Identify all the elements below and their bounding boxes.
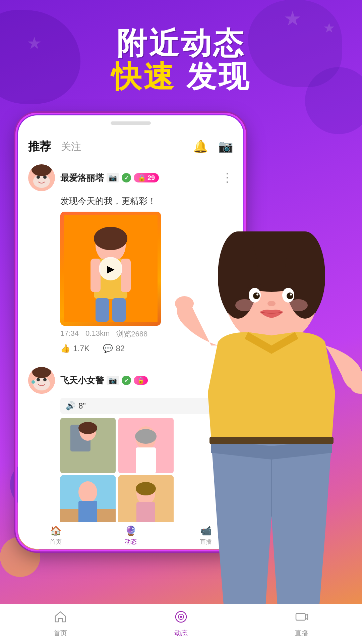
- svg-rect-12: [112, 298, 126, 322]
- comment-icon: 💬: [103, 344, 113, 353]
- svg-point-48: [290, 293, 292, 296]
- video-distance: 0.13km: [85, 329, 110, 339]
- grid-image-3[interactable]: [60, 475, 116, 522]
- tab-recommended[interactable]: 推荐: [28, 139, 51, 154]
- tab-following[interactable]: 关注: [61, 140, 81, 154]
- svg-point-51: [289, 299, 308, 311]
- page-nav-home[interactable]: 首页: [27, 610, 94, 638]
- phone-nav-feed[interactable]: 🔮 动态: [125, 525, 137, 546]
- girl-model-svg: [158, 231, 362, 617]
- svg-point-14: [33, 377, 50, 390]
- svg-point-33: [136, 482, 156, 495]
- camera-badge-2: 📷: [107, 376, 119, 385]
- svg-rect-9: [90, 259, 101, 292]
- live-svg-icon: [295, 610, 308, 624]
- avatar-face-svg: [28, 164, 55, 191]
- home-svg-icon: [54, 610, 67, 624]
- grid-img-svg-1: [60, 418, 116, 473]
- video-thumbnail-1[interactable]: ▶: [60, 212, 161, 326]
- svg-point-26: [135, 429, 157, 444]
- rank-badge-1: 🔒 29: [134, 173, 159, 182]
- comment-button-1[interactable]: 💬 82: [103, 344, 125, 353]
- rank-badge-2: 🔒: [134, 376, 148, 385]
- play-button[interactable]: ▶: [99, 257, 122, 280]
- phone-notch: [111, 121, 151, 125]
- svg-point-22: [78, 422, 97, 434]
- svg-point-46: [287, 292, 293, 299]
- home-icon: 🏠: [50, 525, 62, 536]
- audio-wave-icon: 🔊: [66, 401, 76, 411]
- camera-badge: 📷: [107, 173, 119, 182]
- feed-header-1: 最爱洛丽塔 📷 ✓ 🔒 29 ⋮: [28, 164, 233, 191]
- svg-point-16: [43, 378, 47, 381]
- svg-point-17: [32, 380, 35, 384]
- avatar-img-1: [28, 164, 55, 191]
- more-options-1[interactable]: ⋮: [221, 171, 233, 185]
- title-white-text: 发现: [186, 60, 251, 93]
- page-live-label: 直播: [295, 629, 308, 638]
- page-bottom-nav: 首页 动态 直播: [0, 604, 362, 644]
- svg-rect-59: [296, 613, 305, 620]
- page-feed-icon: [174, 610, 188, 627]
- username-1: 最爱洛丽塔 📷 ✓ 🔒 29: [60, 172, 221, 184]
- phone-nav-home[interactable]: 🏠 首页: [50, 525, 62, 546]
- feed-svg-icon: [174, 610, 188, 624]
- phone-tab-bar: 推荐 关注 🔔 📷: [18, 132, 243, 158]
- user-info-1: 最爱洛丽塔 📷 ✓ 🔒 29: [60, 172, 221, 184]
- phone-header-icons: 🔔 📷: [193, 140, 233, 154]
- grid-image-1[interactable]: [60, 418, 116, 473]
- verified-icon-2: ✓: [122, 376, 131, 385]
- svg-rect-25: [136, 447, 156, 473]
- post-text-1: 发现今天的我，更精彩！: [60, 195, 233, 207]
- title-yellow-text: 快速: [111, 60, 176, 93]
- feed-icon: 🔮: [125, 525, 137, 536]
- grid-img-svg-3: [60, 475, 116, 522]
- hero-title-area: 附近动态 快速 发现: [0, 27, 362, 93]
- avatar-2[interactable]: [28, 367, 55, 394]
- lock-icon: 🔒: [138, 174, 146, 182]
- title-line1: 附近动态: [0, 27, 362, 60]
- svg-point-49: [267, 301, 276, 306]
- page-nav-feed[interactable]: 动态: [147, 610, 215, 638]
- avatar-1[interactable]: [28, 164, 55, 191]
- page-home-icon: [54, 610, 67, 627]
- verified-icon-1: ✓: [122, 173, 131, 182]
- home-label: 首页: [50, 538, 62, 546]
- image-grid-2: [60, 418, 174, 522]
- svg-point-47: [256, 293, 258, 296]
- camera-icon[interactable]: 📷: [218, 140, 233, 154]
- thumbs-up-icon: 👍: [60, 344, 70, 353]
- svg-point-15: [37, 378, 40, 381]
- svg-rect-55: [209, 437, 334, 444]
- page-nav-live[interactable]: 直播: [268, 610, 335, 638]
- page-home-label: 首页: [54, 629, 67, 638]
- svg-point-50: [235, 299, 254, 311]
- video-views: 浏览2688: [116, 329, 147, 339]
- page-feed-label: 动态: [174, 629, 188, 638]
- svg-rect-11: [96, 298, 109, 322]
- svg-point-29: [78, 481, 97, 503]
- svg-point-1: [33, 174, 50, 188]
- title-line2: 快速 发现: [0, 60, 362, 93]
- video-duration: 17:34: [60, 329, 79, 339]
- svg-rect-10: [121, 259, 131, 292]
- svg-rect-30: [78, 501, 97, 522]
- svg-point-52: [175, 296, 194, 311]
- svg-point-58: [180, 616, 182, 618]
- feed-label: 动态: [125, 538, 137, 546]
- model-overlay: [158, 231, 362, 617]
- svg-point-7: [94, 227, 127, 250]
- bell-icon[interactable]: 🔔: [193, 140, 208, 154]
- svg-rect-34: [136, 502, 155, 522]
- like-button-1[interactable]: 👍 1.7K: [60, 344, 89, 353]
- page-live-icon: [295, 610, 308, 627]
- avatar-face-svg-2: [28, 367, 55, 394]
- svg-point-45: [253, 292, 260, 299]
